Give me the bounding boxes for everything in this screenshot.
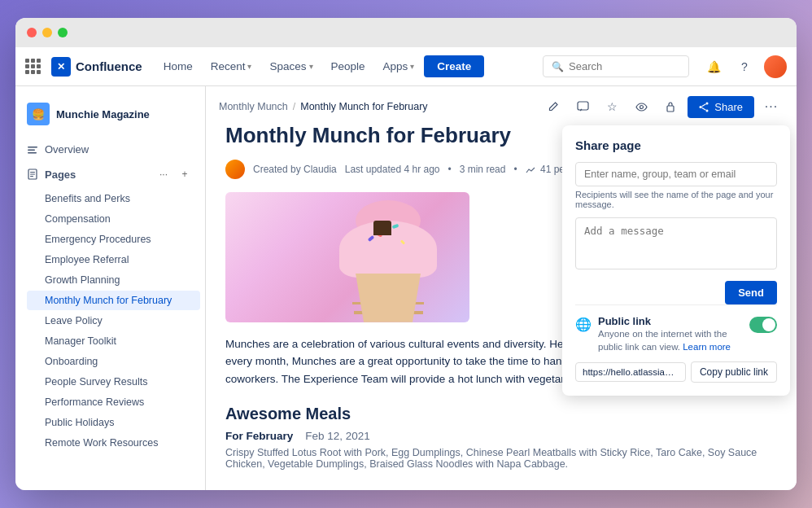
content-header: Monthly Munch / Monthly Munch for Februa… [206, 86, 797, 122]
url-copy-row: https://hello.atlassian.net/67 Copy publ… [575, 361, 777, 383]
share-message-input[interactable] [575, 217, 777, 269]
breadcrumb: Monthly Munch / Monthly Munch for Februa… [219, 101, 428, 112]
app-grid-icon[interactable] [25, 59, 41, 75]
create-button[interactable]: Create [424, 55, 484, 77]
edit-button[interactable] [541, 94, 565, 119]
space-header[interactable]: 🍔 Munchie Magazine [15, 96, 205, 132]
pages-icon [27, 169, 38, 180]
share-recipient-input[interactable] [575, 162, 777, 186]
share-popup: Share page Recipients will see the name … [562, 125, 790, 396]
notifications-icon[interactable]: 🔔 [702, 55, 725, 78]
star-icon: ☆ [607, 100, 618, 113]
sidebar-item-manager[interactable]: Manager Toolkit [27, 331, 200, 351]
logo[interactable]: ✕ Confluence [51, 57, 142, 77]
nav-icons: 🔔 ? [702, 55, 787, 78]
svg-rect-2 [28, 152, 37, 154]
svg-rect-0 [28, 147, 37, 148]
sidebar-item-remote[interactable]: Remote Work Resources [27, 433, 200, 453]
learn-more-link[interactable]: Learn more [683, 342, 731, 352]
copy-link-button[interactable]: Copy public link [691, 361, 777, 383]
nav-recent[interactable]: Recent ▾ [203, 55, 260, 77]
share-popup-title: Share page [575, 138, 777, 152]
nav-people[interactable]: People [323, 55, 373, 77]
apps-label: Apps [383, 60, 408, 72]
sidebar-item-compensation[interactable]: Compensation [27, 209, 200, 229]
pages-add-button[interactable]: + [176, 165, 194, 183]
edit-icon [548, 101, 559, 112]
public-link-info: Public link Anyone on the internet with … [598, 315, 743, 353]
nav-spaces[interactable]: Spaces ▾ [261, 55, 321, 77]
breadcrumb-parent[interactable]: Monthly Munch [219, 101, 288, 112]
pages-more-button[interactable]: ··· [155, 165, 172, 183]
share-hint: Recipients will see the name of the page… [575, 190, 777, 209]
share-send-button[interactable]: Send [725, 281, 777, 304]
help-icon[interactable]: ? [733, 55, 756, 78]
user-avatar[interactable] [764, 55, 787, 78]
sidebar: 🍔 Munchie Magazine Overview [15, 86, 206, 490]
search-icon: 🔍 [552, 61, 564, 72]
sidebar-item-holidays[interactable]: Public Holidays [27, 413, 200, 432]
toggle-knob [762, 318, 775, 331]
page-hero-image [225, 192, 469, 322]
minimize-button[interactable] [42, 28, 52, 37]
sidebar-item-emergency[interactable]: Emergency Procedures [27, 230, 200, 249]
maximize-button[interactable] [58, 28, 68, 37]
sidebar-nav-items: Benefits and Perks Compensation Emergenc… [15, 189, 205, 453]
watch-button[interactable] [629, 94, 653, 119]
search-input[interactable] [569, 60, 680, 72]
globe-icon: 🌐 [575, 317, 592, 332]
close-button[interactable] [27, 28, 37, 37]
svg-point-8 [640, 105, 643, 108]
restrict-icon [665, 101, 676, 112]
sidebar-item-onboarding[interactable]: Onboarding [27, 352, 200, 371]
public-url-display: https://hello.atlassian.net/67 [575, 362, 686, 382]
svg-rect-9 [667, 106, 674, 112]
home-label: Home [164, 60, 193, 72]
svg-line-13 [702, 103, 706, 106]
space-icon: 🍔 [27, 103, 50, 125]
sidebar-overview[interactable]: Overview [15, 138, 205, 160]
sidebar-item-referral[interactable]: Employee Referral [27, 250, 200, 269]
sidebar-item-performance[interactable]: Performance Reviews [27, 392, 200, 412]
author-avatar [225, 160, 245, 179]
meta-separator1: • [448, 164, 452, 175]
page-toolbar: ☆ [541, 94, 784, 119]
overview-icon [27, 144, 38, 155]
search-box[interactable]: 🔍 [543, 55, 689, 77]
sidebar-item-monthly-munch[interactable]: Monthly Munch for February [27, 291, 200, 310]
content-area: Monthly Munch / Monthly Munch for Februa… [206, 86, 797, 490]
pages-actions: ··· + [155, 165, 194, 183]
sidebar-pages-header: Pages ··· + [15, 160, 205, 188]
people-label: People [331, 60, 365, 72]
meta-separator2: • [513, 164, 517, 175]
breadcrumb-current: Monthly Munch for February [300, 101, 427, 112]
public-link-toggle[interactable] [749, 317, 777, 333]
recent-label: Recent [211, 60, 246, 72]
comment-button[interactable] [570, 94, 595, 119]
share-label: Share [714, 101, 743, 113]
recent-chevron-icon: ▾ [247, 62, 251, 71]
sidebar-item-growth[interactable]: Growth Planning [27, 270, 200, 290]
svg-rect-1 [28, 149, 35, 151]
sidebar-item-leave[interactable]: Leave Policy [27, 311, 200, 331]
nav-home[interactable]: Home [155, 55, 201, 77]
share-button[interactable]: Share [688, 96, 754, 118]
traffic-lights [27, 28, 68, 37]
nav-apps[interactable]: Apps ▾ [375, 55, 423, 77]
confluence-logo-text: Confluence [76, 59, 142, 73]
share-divider [575, 304, 777, 305]
watch-icon [635, 101, 648, 113]
more-actions-button[interactable]: ··· [759, 94, 784, 119]
svg-line-14 [702, 107, 706, 110]
star-button[interactable]: ☆ [600, 94, 624, 119]
overview-label: Overview [45, 143, 89, 155]
views-chart-icon [526, 165, 535, 175]
sidebar-item-survey[interactable]: People Survey Results [27, 372, 200, 392]
for-feb-date: Feb 12, 2021 [305, 430, 370, 442]
cupcake-illustration [331, 200, 445, 322]
nav-links: Home Recent ▾ Spaces ▾ People Apps ▾ Cre… [155, 55, 536, 77]
restrict-button[interactable] [658, 94, 683, 119]
sidebar-item-benefits[interactable]: Benefits and Perks [27, 189, 200, 208]
titlebar [15, 18, 797, 47]
meta-read: 3 min read [460, 164, 506, 175]
